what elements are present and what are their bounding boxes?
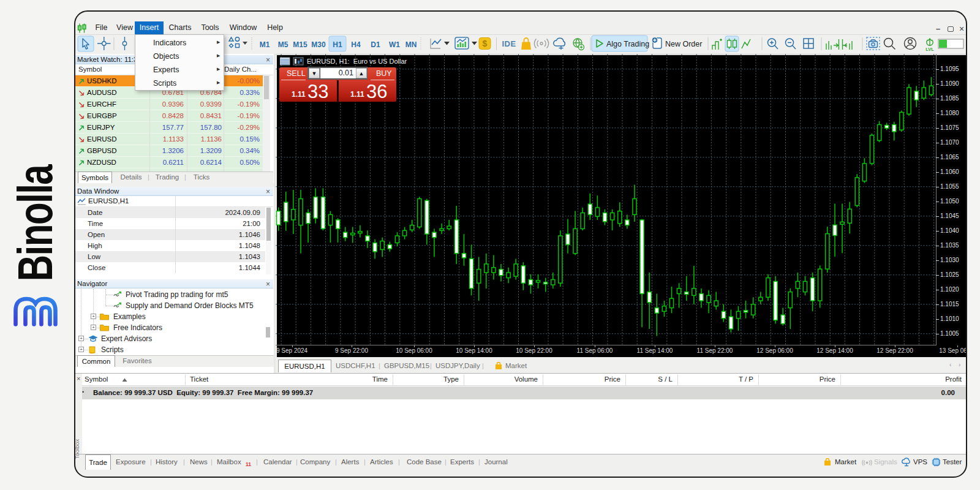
svg-text:Algo Trading: Algo Trading (606, 40, 649, 48)
svg-text:New Order: New Order (665, 40, 702, 48)
svg-text:$: $ (483, 39, 488, 48)
svg-text:IDE: IDE (502, 39, 516, 48)
svg-text:LVL: LVL (925, 47, 934, 52)
